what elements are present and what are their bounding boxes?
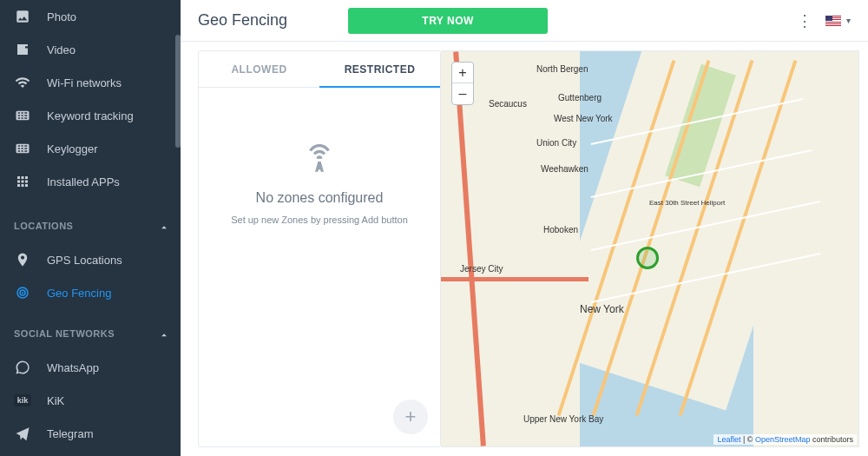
telegram-icon: [14, 425, 31, 442]
svg-point-2: [22, 292, 23, 294]
chevron-up-icon: [158, 329, 167, 338]
sidebar-group-social[interactable]: SOCIAL NETWORKS: [0, 316, 181, 351]
keyboard-icon: [14, 140, 31, 157]
video-icon: [14, 41, 31, 58]
chevron-up-icon: [158, 221, 167, 230]
empty-state: No zones configured Set up new Zones by …: [199, 88, 440, 446]
osm-link[interactable]: OpenStreetMap: [755, 435, 811, 444]
sidebar-item-kik[interactable]: kik KiK: [0, 384, 181, 417]
sidebar-item-label: Keyword tracking: [47, 109, 134, 122]
locale-selector[interactable]: ▾: [825, 16, 851, 26]
scrollbar-thumb[interactable]: [175, 35, 181, 148]
sidebar-item-label: KiK: [47, 394, 64, 407]
leaflet-link[interactable]: Leaflet: [717, 435, 740, 444]
sidebar-item-label: Photo: [47, 10, 76, 23]
group-label: LOCATIONS: [14, 221, 73, 231]
kebab-icon: ⋮: [797, 11, 812, 30]
plus-icon: +: [405, 406, 417, 428]
main: Geo Fencing TRY NOW ⋮ ▾ ALLOWED RESTRICT…: [181, 0, 868, 456]
pin-icon: [14, 251, 31, 268]
sidebar-item-video[interactable]: Video: [0, 33, 181, 66]
tab-allowed[interactable]: ALLOWED: [199, 51, 319, 87]
zones-panel: ALLOWED RESTRICTED No zones configured S…: [198, 50, 441, 447]
sidebar-group-locations[interactable]: LOCATIONS: [0, 208, 181, 243]
sidebar-item-keylogger[interactable]: Keylogger: [0, 132, 181, 165]
tabs: ALLOWED RESTRICTED: [199, 51, 440, 88]
sidebar-item-label: GPS Locations: [47, 254, 122, 267]
geo-marker[interactable]: [636, 247, 659, 269]
more-menu-button[interactable]: ⋮: [794, 10, 815, 31]
us-flag-icon: [825, 16, 841, 26]
zoom-out-button[interactable]: –: [452, 83, 473, 104]
sidebar-item-label: Installed APPs: [47, 175, 120, 188]
sidebar-item-label: Geo Fencing: [47, 287, 111, 300]
sidebar-item-wifi[interactable]: Wi-Fi networks: [0, 66, 181, 99]
zoom-controls: + –: [451, 62, 474, 105]
topbar: Geo Fencing TRY NOW ⋮ ▾: [181, 0, 868, 42]
grid-icon: [14, 173, 31, 190]
caret-down-icon: ▾: [846, 16, 851, 25]
kik-icon: kik: [14, 394, 31, 406]
sidebar-item-label: Video: [47, 43, 76, 56]
sidebar-item-photo[interactable]: Photo: [0, 0, 181, 33]
empty-title: No zones configured: [256, 190, 384, 206]
add-zone-button[interactable]: +: [393, 400, 428, 434]
photo-icon: [14, 8, 31, 25]
sidebar-item-label: Telegram: [47, 427, 93, 440]
try-now-button[interactable]: TRY NOW: [348, 8, 548, 34]
sidebar-item-gps[interactable]: GPS Locations: [0, 243, 181, 276]
sidebar-item-telegram[interactable]: Telegram: [0, 417, 181, 450]
zoom-in-button[interactable]: +: [452, 63, 473, 83]
sidebar-item-keyword[interactable]: Keyword tracking: [0, 99, 181, 132]
antenna-icon: [302, 140, 337, 175]
keyboard-icon: [14, 107, 31, 124]
wifi-icon: [14, 74, 31, 91]
map-attribution: Leaflet | © OpenStreetMap contributors: [713, 434, 857, 445]
group-label: SOCIAL NETWORKS: [14, 328, 115, 339]
sidebar-item-whatsapp[interactable]: WhatsApp: [0, 351, 181, 384]
sidebar-scrollbar[interactable]: [175, 0, 181, 456]
page-title: Geo Fencing: [198, 11, 287, 30]
sidebar: Photo Video Wi-Fi networks Keyword track…: [0, 0, 181, 456]
sidebar-item-label: Wi-Fi networks: [47, 76, 122, 89]
whatsapp-icon: [14, 359, 31, 376]
sidebar-item-geofencing[interactable]: Geo Fencing: [0, 276, 181, 309]
sidebar-item-apps[interactable]: Installed APPs: [0, 165, 181, 198]
map[interactable]: Secaucus North Bergen Guttenberg West Ne…: [441, 50, 859, 447]
target-icon: [14, 284, 31, 301]
empty-subtitle: Set up new Zones by pressing Add button: [231, 215, 408, 225]
tab-restricted[interactable]: RESTRICTED: [319, 51, 440, 87]
sidebar-item-label: WhatsApp: [47, 361, 99, 374]
sidebar-item-label: Keylogger: [47, 142, 98, 155]
